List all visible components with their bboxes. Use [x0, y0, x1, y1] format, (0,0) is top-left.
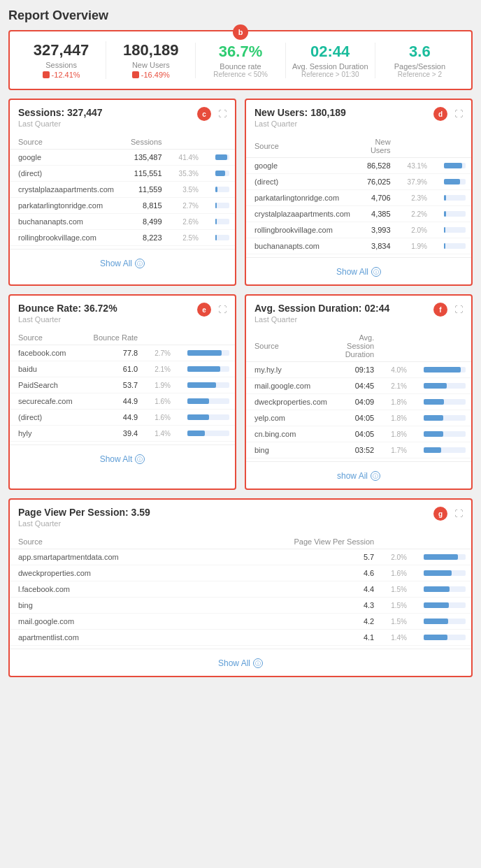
- sessions-change: -12.41%: [17, 71, 106, 79]
- table-row: rollingbrookvillage.com8,2232.5%: [10, 230, 235, 246]
- bar-cell: [179, 361, 235, 377]
- pct-cell: 1.6%: [146, 393, 179, 410]
- value-cell: 09:13: [336, 362, 382, 378]
- bar-cell: [415, 581, 471, 598]
- col-bar-header: [179, 331, 235, 345]
- show-all-link-avg-session[interactable]: show Ail ⓘ: [337, 471, 380, 481]
- bar-cell: [207, 214, 235, 230]
- pct-cell: 1.6%: [382, 565, 415, 581]
- col-value-header: Avg. Session Duration: [336, 331, 382, 362]
- value-cell: 61.0: [83, 361, 146, 377]
- show-all-link-new-users[interactable]: Show All ⓘ: [336, 267, 381, 277]
- col-value-header: Sessions: [122, 135, 171, 150]
- card-expand-bounce-rate[interactable]: ⛶: [218, 305, 227, 314]
- card-title-bounce-rate: Bounce Rate: 36.72%: [18, 303, 117, 314]
- pct-cell: 41.4%: [171, 150, 207, 166]
- card-expand-avg-session[interactable]: ⛶: [454, 305, 463, 314]
- summary-item-duration: 02:44 Avg. Session Duration Reference > …: [285, 43, 375, 78]
- pages-ref: Reference > 2: [375, 71, 464, 78]
- value-cell: 86,528: [359, 158, 399, 174]
- pct-cell: 1.8%: [382, 410, 415, 426]
- card-expand-page-view[interactable]: ⛶: [454, 509, 463, 519]
- new-users-change: -16.49%: [106, 71, 195, 79]
- card-bounce-rate: Bounce Rate: 36.72%Last Quartere⛶SourceB…: [8, 294, 236, 490]
- sessions-label: Sessions: [17, 61, 106, 69]
- card-title-sessions: Sessions: 327,447: [18, 107, 103, 118]
- value-cell: 4,706: [359, 190, 399, 206]
- bounce-value: 36.7%: [196, 43, 285, 61]
- card-expand-new-users[interactable]: ⛶: [454, 109, 463, 119]
- col-bar-header: [436, 135, 471, 158]
- col-source-header: Source: [246, 331, 336, 362]
- show-all-footer-bounce-rate: Show Alt ⓘ: [10, 444, 235, 472]
- card-title-new-users: New Users: 180,189: [254, 107, 346, 118]
- table-row: dweckproperties.com04:091.8%: [246, 394, 471, 410]
- show-all-icon: ⓘ: [135, 259, 145, 268]
- card-table-bounce-rate: SourceBounce Ratefacebook.com77.82.7%bai…: [10, 331, 235, 442]
- table-row: hyly39.41.4%: [10, 426, 235, 442]
- pct-cell: 1.8%: [382, 394, 415, 410]
- pct-cell: 3.5%: [171, 182, 207, 198]
- col-pct-header: [171, 135, 207, 150]
- bar-cell: [415, 394, 471, 410]
- bar-cell: [415, 442, 471, 458]
- show-all-link-page-view[interactable]: Show All ⓘ: [218, 658, 263, 668]
- bar-cell: [415, 410, 471, 426]
- pct-cell: 1.5%: [382, 581, 415, 598]
- bar-cell: [415, 426, 471, 442]
- bar-cell: [436, 206, 471, 222]
- bar-cell: [179, 410, 235, 426]
- table-row: parkatarlingtonridge.com4,7062.3%: [246, 190, 471, 206]
- table-row: bing4.31.5%: [10, 598, 471, 614]
- pct-cell: 2.3%: [399, 190, 436, 206]
- show-all-link-bounce-rate[interactable]: Show Alt ⓘ: [100, 454, 145, 464]
- source-cell: google: [246, 158, 359, 174]
- card-header-bounce-rate: Bounce Rate: 36.72%Last Quartere⛶: [10, 296, 235, 326]
- pct-cell: 2.0%: [382, 549, 415, 565]
- table-row: l.facebook.com4.41.5%: [10, 581, 471, 598]
- source-cell: (direct): [10, 410, 83, 426]
- col-bar-header: [207, 135, 235, 150]
- show-all-icon: ⓘ: [253, 658, 263, 668]
- card-badge-sessions: c: [197, 107, 211, 121]
- card-expand-sessions[interactable]: ⛶: [218, 109, 227, 119]
- card-new-users: New Users: 180,189Last Quarterd⛶SourceNe…: [245, 99, 473, 286]
- value-cell: 8,223: [122, 230, 171, 246]
- pct-cell: 1.5%: [382, 614, 415, 630]
- card-subtitle-bounce-rate: Last Quarter: [18, 315, 117, 324]
- col-source-header: Source: [10, 135, 122, 150]
- value-cell: 44.9: [83, 393, 146, 410]
- new-users-label: New Users: [106, 61, 195, 69]
- card-badge-bounce-rate: e: [197, 303, 211, 317]
- value-cell: 76,025: [359, 174, 399, 190]
- bar-cell: [179, 377, 235, 393]
- source-cell: bing: [10, 598, 214, 614]
- value-cell: 135,487: [122, 150, 171, 166]
- value-cell: 3,834: [359, 238, 399, 254]
- duration-value: 02:44: [286, 43, 375, 61]
- card-table-page-view: SourcePage View Per Sessionapp.smartapar…: [10, 535, 471, 646]
- source-cell: parkatarlingtonridge.com: [10, 198, 122, 214]
- summary-item-bounce: 36.7% Bounce rate Reference < 50%: [195, 43, 285, 78]
- source-cell: mail.google.com: [10, 614, 214, 630]
- source-cell: google: [10, 150, 122, 166]
- show-all-link-sessions[interactable]: Show All ⓘ: [100, 259, 145, 268]
- source-cell: crystalplazaapartments.com: [246, 206, 359, 222]
- show-all-footer-new-users: Show All ⓘ: [246, 257, 471, 284]
- source-cell: rollingbrookvillage.com: [10, 230, 122, 246]
- card-table-avg-session: SourceAvg. Session Durationmy.hy.ly09:13…: [246, 331, 471, 458]
- value-cell: 3,993: [359, 222, 399, 238]
- pct-cell: 2.0%: [399, 222, 436, 238]
- table-row: yelp.com04:051.8%: [246, 410, 471, 426]
- table-row: (direct)115,55135.3%: [10, 166, 235, 182]
- value-cell: 39.4: [83, 426, 146, 442]
- pct-cell: 2.1%: [382, 378, 415, 394]
- card-header-new-users: New Users: 180,189Last Quarterd⛶: [246, 100, 471, 131]
- value-cell: 8,499: [122, 214, 171, 230]
- new-users-change-icon: [132, 71, 139, 78]
- table-row: bing03:521.7%: [246, 442, 471, 458]
- pct-cell: 43.1%: [399, 158, 436, 174]
- source-cell: PaidSearch: [10, 377, 83, 393]
- col-bar-header: [415, 331, 471, 362]
- source-cell: mail.google.com: [246, 378, 336, 394]
